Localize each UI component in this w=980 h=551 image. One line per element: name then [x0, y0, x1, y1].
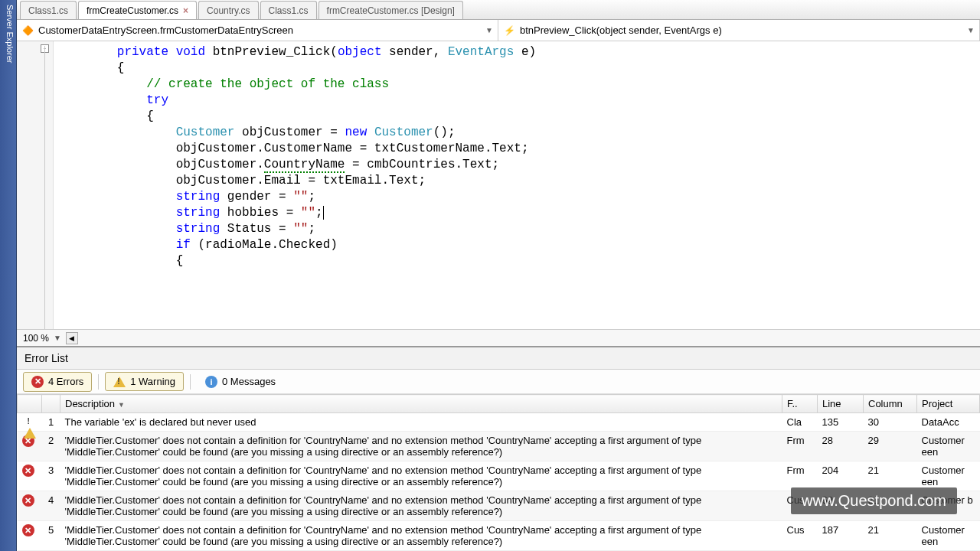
- class-selector[interactable]: 🔶 CustomerDataEntryScreen.frmCustomerDat…: [17, 20, 498, 41]
- error-icon: ✕: [31, 376, 44, 388]
- method-icon: ⚡: [503, 24, 515, 37]
- col-icon[interactable]: [18, 395, 42, 413]
- col-file[interactable]: F..: [782, 395, 818, 413]
- navigation-bar: 🔶 CustomerDataEntryScreen.frmCustomerDat…: [17, 20, 980, 41]
- errors-filter-button[interactable]: ✕4 Errors: [23, 372, 92, 392]
- col-line[interactable]: Line: [818, 395, 864, 413]
- code-text[interactable]: private void btnPreview_Click(object sen…: [54, 41, 980, 329]
- tab-class1-2[interactable]: Class1.cs: [260, 1, 317, 19]
- code-editor[interactable]: - private void btnPreview_Click(object s…: [17, 41, 980, 329]
- col-project[interactable]: Project: [917, 395, 980, 413]
- error-row[interactable]: ✕2'MiddleTier.Customer' does not contain…: [18, 432, 980, 461]
- scroll-left-button[interactable]: ◀: [66, 332, 78, 344]
- error-list-grid[interactable]: Description▼ F.. Line Column Project 1Th…: [17, 394, 980, 551]
- error-icon: ✕: [22, 465, 34, 477]
- warning-icon: [24, 416, 36, 439]
- tab-class1[interactable]: Class1.cs: [20, 1, 77, 19]
- col-column[interactable]: Column: [864, 395, 917, 413]
- code-gutter: -: [17, 41, 54, 329]
- zoom-level[interactable]: 100 %: [23, 333, 49, 344]
- watermark: www.Questpond.com: [791, 487, 957, 514]
- tab-frmcreatecustomer-design[interactable]: frmCreateCustomer.cs [Design]: [318, 1, 463, 19]
- error-icon: ✕: [22, 494, 34, 507]
- warning-icon: [113, 377, 126, 387]
- chevron-down-icon[interactable]: ▼: [54, 334, 61, 342]
- server-explorer-tab[interactable]: Server Explorer: [0, 0, 17, 551]
- error-list-toolbar: ✕4 Errors 1 Warning i0 Messages: [17, 370, 980, 394]
- close-icon[interactable]: ×: [183, 5, 188, 16]
- error-icon: ✕: [22, 524, 34, 536]
- messages-filter-button[interactable]: i0 Messages: [197, 372, 284, 392]
- tab-country[interactable]: Country.cs: [198, 1, 258, 19]
- tab-frmcreatecustomer[interactable]: frmCreateCustomer.cs×: [78, 1, 197, 19]
- error-list-panel: Error List ✕4 Errors 1 Warning i0 Messag…: [17, 346, 980, 551]
- error-row[interactable]: 1The variable 'ex' is declared but never…: [18, 413, 980, 432]
- error-row[interactable]: ✕5'MiddleTier.Customer' does not contain…: [18, 521, 980, 551]
- member-selector[interactable]: ⚡ btnPreview_Click(object sender, EventA…: [498, 20, 980, 41]
- sort-arrow-icon: ▼: [118, 401, 125, 409]
- warnings-filter-button[interactable]: 1 Warning: [105, 372, 184, 391]
- class-icon: 🔶: [21, 24, 34, 37]
- col-number[interactable]: [42, 395, 60, 413]
- chevron-down-icon: ▼: [485, 26, 493, 34]
- document-tabs: Class1.cs frmCreateCustomer.cs× Country.…: [17, 0, 980, 20]
- info-icon: i: [205, 376, 217, 388]
- error-row[interactable]: ✕3'MiddleTier.Customer' does not contain…: [18, 461, 980, 491]
- zoom-bar: 100 % ▼ ◀: [17, 329, 980, 346]
- chevron-down-icon: ▼: [967, 26, 975, 34]
- col-description[interactable]: Description▼: [60, 395, 782, 413]
- error-list-title: Error List: [17, 347, 980, 370]
